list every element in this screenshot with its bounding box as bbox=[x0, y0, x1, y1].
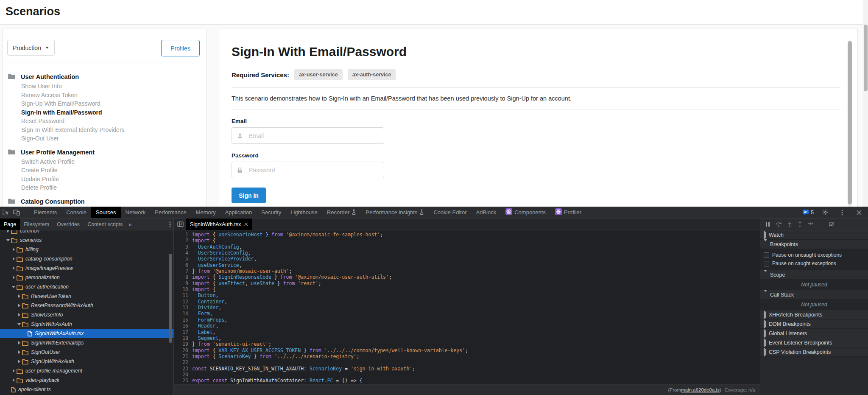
devtools-tab-components[interactable]: Components bbox=[501, 207, 550, 218]
step-over-icon[interactable] bbox=[776, 221, 782, 227]
sidebar-item-sign-out-user[interactable]: Sign-Out User bbox=[8, 134, 202, 143]
tree-folder-showuserinfo[interactable]: ShowUserInfo bbox=[0, 310, 173, 319]
debugger-section-global-listeners[interactable]: Global Listeners bbox=[760, 329, 868, 338]
tree-folder-scenarios[interactable]: scenarios bbox=[0, 235, 173, 245]
devtools-tab-console[interactable]: Console bbox=[61, 207, 91, 218]
sidebar-item-sign-in-with-email-password[interactable]: Sign-In with Email/Password bbox=[8, 108, 202, 117]
sidebar-item-reset-password[interactable]: Reset Password bbox=[8, 117, 202, 126]
tree-arrow-collapsed[interactable] bbox=[17, 313, 21, 317]
navigator-tab-overrides[interactable]: Overrides bbox=[53, 219, 84, 230]
devtools-tab-adblock[interactable]: AdBlock bbox=[472, 207, 501, 218]
close-tab-icon[interactable] bbox=[244, 222, 248, 226]
devtools-tab-security[interactable]: Security bbox=[257, 207, 286, 218]
debugger-section-scope[interactable]: Scope bbox=[760, 270, 868, 280]
pause-exceptions-option[interactable]: Pause on uncaught exceptions bbox=[760, 251, 868, 259]
tree-folder-user-profile-management[interactable]: user-profile-management bbox=[0, 366, 173, 375]
gear-icon[interactable] bbox=[820, 207, 831, 218]
tree-folder-image-imagepreview[interactable]: image/ImagePreview bbox=[0, 263, 173, 273]
tree-arrow-collapsed[interactable] bbox=[17, 341, 21, 345]
page-scrollbar[interactable] bbox=[863, 0, 868, 207]
tree-folder-signinwithaxauth[interactable]: SignInWithAxAuth bbox=[0, 319, 173, 329]
tree-arrow-collapsed[interactable] bbox=[17, 294, 21, 298]
devtools-tab-performance[interactable]: Performance bbox=[150, 207, 191, 218]
debugger-section-xhr-fetch-breakpoints[interactable]: XHR/fetch Breakpoints bbox=[760, 310, 868, 319]
devtools-tab-elements[interactable]: Elements bbox=[29, 207, 61, 218]
page-scrollbar-thumb[interactable] bbox=[864, 25, 868, 91]
tree-folder-renewusertoken[interactable]: RenewUserToken bbox=[0, 291, 173, 301]
close-icon[interactable] bbox=[854, 207, 865, 218]
profiles-button[interactable]: Profiles bbox=[161, 40, 200, 56]
more-tabs-chevron[interactable]: » bbox=[127, 221, 134, 228]
sidebar-item-sign-up-with-email-password[interactable]: Sign-Up With Email/Password bbox=[8, 99, 202, 108]
sidebar-item-sign-in-with-external-identity-providers[interactable]: Sign-In With External Identity Providers bbox=[8, 126, 202, 134]
devtools-tab-memory[interactable]: Memory bbox=[191, 207, 220, 218]
tree-arrow-collapsed[interactable] bbox=[17, 304, 21, 307]
devtools-tab-network[interactable]: Network bbox=[121, 207, 151, 218]
tree-arrow-expanded[interactable] bbox=[11, 286, 16, 288]
inspect-element-icon[interactable] bbox=[0, 207, 11, 218]
pause-exceptions-option[interactable]: Pause on caught exceptions bbox=[760, 259, 868, 268]
tree-scrollbar-thumb[interactable] bbox=[169, 254, 172, 343]
tree-arrow-collapsed[interactable] bbox=[11, 276, 16, 279]
sidebar-item-delete-profile[interactable]: Delete Profile bbox=[8, 183, 202, 192]
devtools-tab-profiler[interactable]: Profiler bbox=[550, 207, 586, 218]
debugger-section-event-listener-breakpoints[interactable]: Event Listener Breakpoints bbox=[760, 338, 868, 347]
tree-file-apollo-client-ts[interactable]: apollo-client.ts bbox=[0, 385, 173, 394]
sidebar-item-renew-access-token[interactable]: Renew Access Token bbox=[8, 91, 202, 100]
code-editor[interactable]: 1import { useScenarioHost } from '@axino… bbox=[174, 230, 760, 384]
checkbox-icon[interactable] bbox=[764, 261, 769, 266]
devtools-tab-lighthouse[interactable]: Lighthouse bbox=[286, 207, 322, 218]
panel-scrollbar[interactable] bbox=[848, 40, 852, 207]
status-source-link[interactable]: main.a620de0a.js bbox=[681, 387, 720, 392]
navigator-tab-filesystem[interactable]: Filesystem bbox=[20, 219, 53, 230]
step-icon[interactable] bbox=[808, 222, 814, 227]
navigator-menu-icon[interactable] bbox=[169, 221, 171, 227]
step-out-icon[interactable] bbox=[798, 221, 802, 227]
tree-folder-video-playback[interactable]: video-playback bbox=[0, 375, 173, 385]
devtools-tab-cookie-editor[interactable]: Cookie Editor bbox=[429, 207, 471, 218]
devtools-tab-sources[interactable]: Sources bbox=[91, 207, 121, 218]
step-into-icon[interactable] bbox=[787, 221, 792, 227]
debugger-section-dom-breakpoints[interactable]: DOM Breakpoints bbox=[760, 319, 868, 329]
debugger-section-call-stack[interactable]: Call Stack bbox=[760, 290, 868, 300]
email-input[interactable] bbox=[248, 132, 373, 140]
sidebar-item-show-user-info[interactable]: Show User Info bbox=[8, 82, 202, 91]
tree-arrow-collapsed[interactable] bbox=[11, 257, 16, 261]
navigator-tab-page[interactable]: Page bbox=[0, 219, 20, 230]
tree-arrow-expanded[interactable] bbox=[6, 239, 10, 241]
navigator-tab-content-scripts[interactable]: Content scripts bbox=[84, 219, 126, 230]
more-options-icon[interactable] bbox=[837, 207, 848, 218]
tree-folder-signinwithexternalidps[interactable]: SignInWithExternalIdps bbox=[0, 338, 173, 347]
debugger-section-watch[interactable]: Watch bbox=[760, 230, 868, 240]
panel-scrollbar-thumb[interactable] bbox=[848, 41, 852, 205]
checkbox-icon[interactable] bbox=[764, 252, 769, 258]
tree-arrow-collapsed[interactable] bbox=[11, 266, 16, 270]
pause-script-icon[interactable] bbox=[765, 222, 770, 227]
editor-file-tab[interactable]: SignInWithAxAuth.tsx bbox=[186, 219, 252, 230]
sidebar-item-create-profile[interactable]: Create Profile bbox=[8, 166, 202, 175]
debugger-section-csp-violation-breakpoints[interactable]: CSP Violation Breakpoints bbox=[760, 347, 868, 357]
tree-folder-catalog-consumption[interactable]: catalog-consumption bbox=[0, 254, 173, 263]
deactivate-breakpoints-icon[interactable] bbox=[829, 221, 835, 227]
tree-arrow-collapsed[interactable] bbox=[11, 378, 16, 382]
devtools-tab-performance-insights[interactable]: Performance insights bbox=[361, 207, 429, 218]
nav-section-header[interactable]: User Authentication bbox=[8, 72, 202, 82]
tree-arrow-collapsed[interactable] bbox=[6, 230, 10, 233]
environment-select[interactable]: Production bbox=[7, 40, 55, 56]
password-input[interactable] bbox=[248, 166, 373, 174]
sign-in-button[interactable]: Sign In bbox=[232, 188, 266, 203]
debugger-section-breakpoints[interactable]: Breakpoints bbox=[760, 240, 868, 249]
nav-section-header[interactable]: User Profile Management bbox=[8, 147, 202, 157]
device-toolbar-icon[interactable] bbox=[11, 207, 22, 218]
tree-folder-billing[interactable]: billing bbox=[0, 245, 173, 254]
sidebar-item-update-profile[interactable]: Update Profile bbox=[8, 175, 202, 184]
tree-folder-resetpasswordwithaxauth[interactable]: ResetPasswordWithAxAuth bbox=[0, 301, 173, 310]
tree-folder-common[interactable]: common bbox=[0, 230, 173, 235]
tree-arrow-collapsed[interactable] bbox=[17, 350, 21, 354]
tree-arrow-collapsed[interactable] bbox=[17, 360, 21, 363]
tree-folder-user-authentication[interactable]: user-authentication bbox=[0, 282, 173, 291]
tree-arrow-collapsed[interactable] bbox=[11, 248, 16, 251]
tree-file-signinwithaxauth-tsx[interactable]: SignInWithAxAuth.tsx bbox=[0, 329, 173, 338]
tree-arrow-collapsed[interactable] bbox=[11, 369, 16, 373]
devtools-tab-application[interactable]: Application bbox=[220, 207, 257, 218]
